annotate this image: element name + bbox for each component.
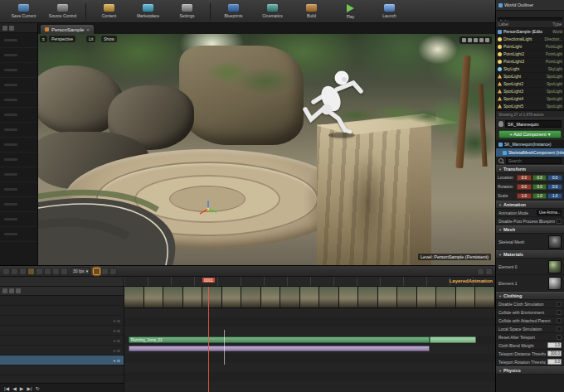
animation-mode-dropdown[interactable]: Use Anima... — [537, 210, 562, 215]
playhead-frame-tag[interactable]: 0001 — [202, 278, 215, 283]
filmstrip-thumbnail[interactable] — [417, 287, 437, 307]
track-controls[interactable]: + ⊙ — [114, 318, 121, 323]
material-thumbnail[interactable] — [548, 260, 562, 273]
mannequin-character[interactable] — [284, 62, 375, 145]
scale-z-field[interactable]: 1.0 — [547, 193, 562, 199]
blueprints-button[interactable]: Blueprints — [215, 1, 252, 22]
filmstrip-thumbnail[interactable] — [378, 287, 398, 307]
track-row-selected[interactable]: + ⊙ — [0, 356, 124, 365]
outliner-row[interactable]: SpotLight3SpotLight — [496, 88, 564, 95]
save-current-button[interactable]: Save Current — [5, 1, 42, 22]
collapsed-tree-row[interactable] — [0, 48, 37, 63]
loop-button[interactable]: ↻ — [36, 386, 40, 391]
tab-personsample[interactable]: PersonSample × — [40, 24, 95, 34]
collapsed-tree-row[interactable] — [0, 197, 37, 212]
panel-header-icon[interactable] — [2, 26, 7, 31]
component-skeletal-mesh[interactable]: SkeletalMeshComponent (Inherited) — [496, 148, 564, 157]
outliner-row[interactable]: SpotLight5SpotLight — [496, 103, 564, 110]
go-to-end-button[interactable]: ▶| — [27, 386, 32, 391]
world-outliner-tab[interactable]: World Outliner — [496, 0, 564, 11]
type-column-header[interactable]: Type — [552, 22, 562, 27]
track-controls[interactable]: + ⊙ — [114, 328, 121, 333]
timeline-area[interactable]: Running_Jump_01 — [124, 287, 495, 392]
lock-icon[interactable] — [477, 268, 484, 275]
filmstrip-thumbnail[interactable] — [339, 287, 359, 307]
cinematics-button[interactable]: Cinematics — [254, 1, 291, 22]
stat-icon[interactable] — [474, 38, 478, 42]
filmstrip-thumbnail[interactable] — [241, 287, 261, 307]
filmstrip-thumbnail[interactable] — [261, 287, 281, 307]
location-z-field[interactable]: 0.0 — [547, 175, 562, 181]
label-column-header[interactable]: Label — [498, 22, 508, 27]
build-button[interactable]: Build — [293, 1, 330, 22]
cloth-blend-weight-field[interactable]: 1.0 — [547, 342, 562, 348]
rotation-z-field[interactable]: 0.0 — [547, 184, 562, 190]
lit-dropdown[interactable]: Lit — [86, 36, 95, 42]
location-x-field[interactable]: 0.0 — [517, 175, 532, 181]
filmstrip-thumbnail[interactable] — [319, 287, 339, 307]
stat-icon[interactable] — [462, 38, 466, 42]
filmstrip-thumbnail[interactable] — [300, 287, 320, 307]
collapsed-tree-row[interactable] — [0, 212, 37, 227]
keyframe-options-icon[interactable] — [61, 268, 68, 275]
filmstrip-thumbnail[interactable] — [436, 287, 456, 307]
viewport-3d-canvas[interactable]: ≡ Perspective Lit Show Level: PersonSamp… — [38, 34, 495, 265]
source-control-button[interactable]: Source Control — [44, 1, 81, 22]
panel-header-icon[interactable] — [9, 26, 14, 31]
close-icon[interactable]: × — [86, 27, 90, 32]
collapsed-tree-row[interactable] — [0, 227, 37, 242]
track-controls[interactable]: + ⊙ — [114, 348, 121, 353]
track-row[interactable]: + ⊙ — [0, 316, 124, 326]
material-thumbnail[interactable] — [548, 277, 562, 290]
track-row[interactable] — [0, 306, 124, 316]
filmstrip-thumbnail[interactable] — [397, 287, 417, 307]
viewport-menu-icon[interactable]: ≡ — [40, 36, 47, 42]
skeletal-mesh-thumbnail[interactable] — [548, 235, 562, 249]
clothing-checkbox[interactable] — [557, 302, 562, 307]
section-transform[interactable]: ▼Transform — [496, 165, 564, 173]
collapsed-tree-row[interactable] — [0, 152, 37, 167]
filmstrip-thumbnail[interactable] — [124, 287, 144, 307]
translate-gizmo[interactable] — [197, 198, 219, 220]
stat-icon[interactable] — [479, 38, 484, 42]
perspective-dropdown[interactable]: Perspective — [49, 36, 75, 42]
section-animation[interactable]: ▼Animation — [496, 201, 564, 209]
add-component-button[interactable]: + Add Component▾ — [498, 130, 562, 138]
render-movie-icon[interactable] — [27, 268, 35, 275]
filmstrip-thumbnail[interactable] — [183, 287, 203, 307]
filmstrip-thumbnail[interactable] — [280, 287, 300, 307]
outliner-row[interactable]: SkyLightSkyLight — [496, 65, 564, 73]
stat-icon[interactable] — [485, 38, 489, 42]
filmstrip-thumbnail[interactable] — [456, 287, 476, 307]
animation-clip-secondary[interactable] — [129, 346, 430, 351]
track-lanes[interactable]: Running_Jump_01 — [124, 308, 495, 392]
filmstrip-thumbnail[interactable] — [475, 287, 495, 307]
find-in-content-icon[interactable] — [11, 268, 18, 275]
fps-dropdown[interactable]: 30 fps▾ — [70, 267, 90, 275]
launch-button[interactable]: Launch — [371, 1, 408, 22]
collapsed-tree-row[interactable] — [0, 78, 37, 93]
collapsed-tree-row[interactable] — [0, 138, 37, 152]
collapsed-tree-row[interactable] — [0, 33, 37, 48]
clothing-checkbox[interactable] — [557, 310, 562, 315]
collapsed-tree-row[interactable] — [0, 108, 37, 123]
rotation-y-field[interactable]: 0.0 — [532, 184, 547, 190]
options-icon[interactable] — [485, 268, 493, 275]
outliner-row[interactable]: PointLightPointLight — [496, 43, 564, 51]
outliner-row[interactable]: DirectionalLightDirection... — [496, 36, 564, 43]
actions-icon[interactable] — [44, 268, 51, 275]
play-button[interactable]: Play — [332, 1, 369, 22]
outliner-row[interactable]: PersonSample (Editor)World — [496, 28, 564, 36]
playback-options-icon[interactable] — [52, 268, 60, 275]
track-row[interactable]: + ⊙ — [0, 326, 124, 336]
outliner-row[interactable]: SpotLight2SpotLight — [496, 80, 564, 88]
go-to-start-button[interactable]: |◀ — [4, 386, 9, 391]
track-row[interactable]: + ⊙ — [0, 336, 124, 346]
step-back-button[interactable]: ◀ — [12, 386, 17, 391]
settings-button[interactable]: Settings — [168, 1, 206, 22]
outliner-row[interactable]: SpotLightSpotLight — [496, 73, 564, 80]
stat-icon[interactable] — [468, 38, 472, 42]
playhead[interactable] — [208, 287, 209, 392]
auto-key-icon[interactable] — [93, 268, 100, 275]
track-toolbar-icon[interactable] — [16, 288, 21, 293]
